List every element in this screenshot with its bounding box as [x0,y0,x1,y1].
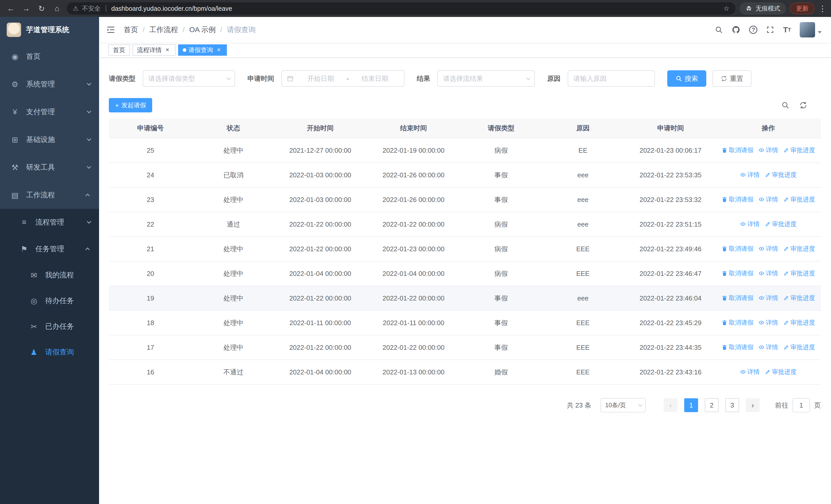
reset-button[interactable]: 重置 [712,70,751,87]
forward-icon[interactable] [21,4,32,13]
detail-link[interactable]: 详情 [758,195,778,204]
reload-icon[interactable] [36,4,47,13]
table-row: 24已取消2022-01-03 00:00:002022-01-26 00:00… [109,163,821,187]
sidebar-item-workflow[interactable]: ▤ 工作流程 [0,181,99,209]
cell-reason: eee [541,286,625,310]
detail-link[interactable]: 详情 [740,220,760,228]
help-icon[interactable] [749,26,757,34]
goto-page-input[interactable] [793,398,810,412]
sidebar-toggle-icon[interactable] [106,25,115,34]
detail-link[interactable]: 详情 [758,244,778,253]
sidebar-item-system-management[interactable]: ⚙ 系统管理 [0,70,99,98]
edit-icon [783,147,789,153]
cancel-leave-link[interactable]: 取消请假 [722,343,753,351]
cancel-leave-link[interactable]: 取消请假 [722,319,753,327]
browser-home-icon[interactable] [51,4,63,13]
detail-link[interactable]: 详情 [740,171,760,179]
breadcrumb-item[interactable]: 首页 [124,25,138,35]
search-icon[interactable] [715,26,723,34]
update-button[interactable]: 更新 [790,3,814,14]
close-icon[interactable] [164,47,171,54]
cell-end-time: 2022-01-11 00:00:00 [366,310,461,335]
detail-link[interactable]: 详情 [758,146,778,154]
sidebar-item-my-process[interactable]: ✉ 我的流程 [0,262,99,288]
eye-icon [758,197,764,202]
create-leave-button[interactable]: 发起请假 [109,98,152,112]
cancel-leave-link[interactable]: 取消请假 [722,269,753,277]
detail-link[interactable]: 详情 [758,269,778,277]
user-avatar-menu[interactable] [800,22,822,37]
progress-link[interactable]: 审批进度 [783,319,815,327]
sidebar-item-leave-query[interactable]: ♟ 请假查询 [0,339,99,365]
detail-link[interactable]: 详情 [758,319,778,327]
sidebar-item-payment-management[interactable]: ¥ 支付管理 [0,98,99,126]
reason-input[interactable] [573,75,649,83]
progress-link[interactable]: 审批进度 [765,368,797,376]
app-logo[interactable]: 芋道管理系统 [0,17,99,42]
detail-link[interactable]: 详情 [758,294,778,302]
sidebar-menu: ◉ 首页 ⚙ 系统管理 ¥ 支付管理 ⊞ 基础设施 ⚒ 研发工具 ▤ 工作流程 … [0,42,99,365]
fullscreen-icon[interactable] [766,26,774,34]
cell-end-time: 2022-01-19 00:00:00 [366,138,461,163]
leave-type-select[interactable]: 请选择请假类型 [143,70,235,87]
progress-link[interactable]: 审批进度 [783,146,815,154]
tab-home[interactable]: 首页 [108,45,130,56]
sidebar-item-dev-tools[interactable]: ⚒ 研发工具 [0,153,99,181]
back-icon[interactable] [5,4,17,13]
breadcrumb-item[interactable]: OA 示例 [190,25,216,35]
sidebar-item-process-management[interactable]: ≡ 流程管理 [0,209,99,236]
table-row: 20处理中2022-01-04 00:00:002022-01-04 00:00… [109,261,821,286]
progress-link[interactable]: 审批进度 [783,269,815,277]
tab-leave-query[interactable]: 请假查询 [178,45,227,56]
progress-link[interactable]: 审批进度 [783,195,815,204]
result-select[interactable]: 请选择流结果 [437,70,535,87]
next-page-button[interactable] [746,398,760,412]
cancel-leave-link[interactable]: 取消请假 [722,146,753,154]
cell-leave-type: 事假 [461,187,541,212]
sidebar-item-label: 我的流程 [45,270,90,280]
detail-link[interactable]: 详情 [740,368,760,376]
address-bar[interactable]: 不安全 dashboard.yudao.iocoder.cn/bpm/oa/le… [67,2,736,14]
sidebar-item-done-tasks[interactable]: ✂ 已办任务 [0,314,99,339]
tab-process-detail[interactable]: 流程详情 [133,45,175,56]
bookmark-star-icon[interactable] [723,5,729,12]
sidebar-item-infrastructure[interactable]: ⊞ 基础设施 [0,126,99,153]
security-label[interactable]: 不安全 [82,4,101,12]
url-text[interactable]: dashboard.yudao.iocoder.cn/bpm/oa/leave [111,5,232,12]
progress-link[interactable]: 审批进度 [765,171,797,179]
sidebar-item-label: 待办任务 [45,296,90,306]
close-icon[interactable] [215,47,222,54]
cancel-leave-link[interactable]: 取消请假 [722,195,753,204]
search-button[interactable]: 搜索 [667,70,706,87]
page-size-select[interactable]: 10条/页 [601,398,646,412]
page-button-1[interactable]: 1 [684,398,698,412]
sidebar-item-home[interactable]: ◉ 首页 [0,42,99,70]
github-icon[interactable] [732,25,740,34]
refresh-icon [721,75,727,82]
refresh-table-icon[interactable] [799,101,807,109]
progress-link[interactable]: 审批进度 [765,220,797,228]
toggle-search-icon[interactable] [781,101,790,109]
cell-status: 处理中 [192,138,275,163]
page-button-3[interactable]: 3 [725,398,739,412]
cell-reason: eee [541,163,625,187]
cancel-leave-link[interactable]: 取消请假 [722,294,753,302]
total-count: 共 23 条 [567,401,591,410]
progress-link[interactable]: 审批进度 [783,294,815,302]
page-button-2[interactable]: 2 [705,398,719,412]
edit-icon [783,246,789,251]
prev-page-button[interactable] [664,398,678,412]
end-date-input[interactable]: 结束日期 [351,74,399,83]
cell-leave-type: 婚假 [461,360,541,384]
progress-link[interactable]: 审批进度 [783,343,815,351]
start-date-input[interactable]: 开始日期 [297,74,345,83]
cancel-leave-link[interactable]: 取消请假 [722,244,753,253]
browser-menu-icon[interactable] [819,4,826,13]
font-size-icon[interactable] [783,25,791,34]
sidebar-item-todo-tasks[interactable]: ◎ 待办任务 [0,288,99,314]
date-range-picker[interactable]: 开始日期 - 结束日期 [281,70,404,87]
sidebar-item-task-management[interactable]: ⚑ 任务管理 [0,236,99,262]
breadcrumb-item[interactable]: 工作流程 [149,25,178,35]
progress-link[interactable]: 审批进度 [783,244,815,253]
detail-link[interactable]: 详情 [758,343,778,351]
